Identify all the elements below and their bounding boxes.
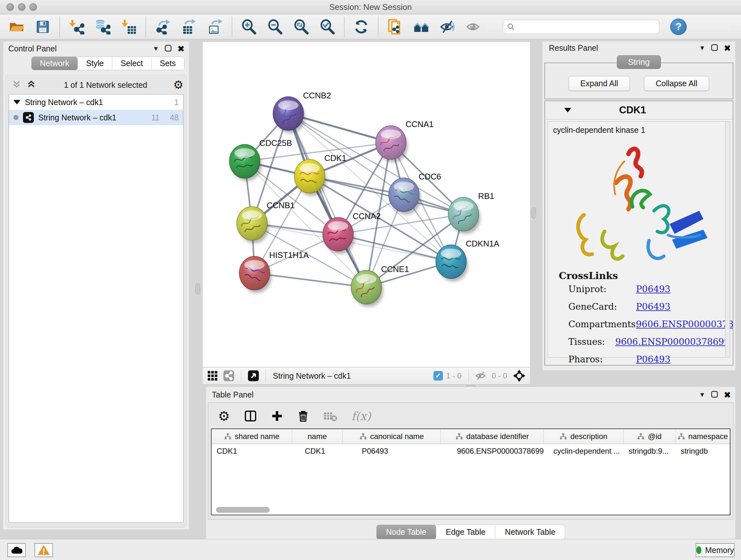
column-header-shared-name[interactable]: shared name xyxy=(212,429,292,444)
table-horizontal-scrollbar[interactable] xyxy=(216,507,270,513)
control-panel-menu-caret-icon[interactable]: ▼ xyxy=(152,45,159,52)
zoom-out-button[interactable] xyxy=(267,18,283,35)
network-options-gear-icon[interactable]: ⚙ xyxy=(173,79,184,91)
import-network-from-file-button[interactable] xyxy=(68,18,85,35)
tab-edge-table[interactable]: Edge Table xyxy=(436,524,495,540)
column-tree-icon xyxy=(559,433,567,440)
hide-selected-button[interactable] xyxy=(439,18,456,35)
table-options-gear-icon[interactable]: ⚙ xyxy=(218,408,230,424)
crosslink-link[interactable]: 9606.ENSP00000378699 xyxy=(615,336,730,347)
network-view-canvas[interactable]: CCNB2CCNA1CDC25BCDK1CDC6RB1CCNB1CCNA2CDK… xyxy=(202,42,530,367)
apply-layout-button[interactable] xyxy=(353,18,369,35)
crosslink-label: Pharos: xyxy=(568,354,636,365)
network-node-CDC25B[interactable]: CDC25B xyxy=(229,138,292,181)
create-column-icon[interactable] xyxy=(271,410,283,422)
network-node-CDK1[interactable]: CDK1 xyxy=(294,153,346,196)
export-network-button[interactable] xyxy=(154,18,171,35)
zoom-traffic-light[interactable] xyxy=(29,3,37,11)
network-row-selected[interactable]: String Network – cdk1 11 48 xyxy=(9,110,183,125)
cell-id: stringdb:9... xyxy=(623,447,676,455)
network-view-share-icon[interactable] xyxy=(223,370,234,381)
table-panel-menu-caret-icon[interactable]: ▼ xyxy=(699,391,705,398)
tab-node-table[interactable]: Node Table xyxy=(376,524,436,540)
results-panel-menu-caret-icon[interactable]: ▼ xyxy=(699,44,705,52)
network-collection-row[interactable]: String Network – cdk1 1 xyxy=(9,95,183,110)
left-splitter-handle[interactable] xyxy=(195,284,200,294)
close-panel-icon[interactable]: ✖ xyxy=(178,45,185,52)
node-label-CCNA1: CCNA1 xyxy=(406,120,434,129)
network-node-CDKN1A[interactable]: CDKN1A xyxy=(436,239,500,282)
expand-all-networks-icon[interactable] xyxy=(26,79,36,90)
column-header-namespace[interactable]: namespace xyxy=(676,429,730,444)
search-input[interactable] xyxy=(515,22,659,32)
column-header-description[interactable]: description xyxy=(544,429,623,444)
gene-section-header[interactable]: CDK1 xyxy=(545,101,733,119)
network-edge-CCNB2-CCNE1[interactable] xyxy=(288,114,366,287)
column-header-database-identifier[interactable]: database identifier xyxy=(441,429,544,444)
float-panel-icon[interactable] xyxy=(165,45,172,53)
network-node-CCNA1[interactable]: CCNA1 xyxy=(376,120,434,162)
results-panel-title: Results Panel xyxy=(549,44,598,53)
delete-column-icon[interactable] xyxy=(297,410,309,422)
table-row[interactable]: CDK1 CDK1 P06493 9606.ENSP00000378699 cy… xyxy=(212,444,730,458)
network-node-CDC6[interactable]: CDC6 xyxy=(389,172,441,214)
column-header-id[interactable]: @id xyxy=(623,429,676,444)
table-float-panel-icon[interactable] xyxy=(711,391,718,399)
tab-style[interactable]: Style xyxy=(78,57,113,70)
table-close-panel-icon[interactable]: ✖ xyxy=(724,391,731,398)
help-button[interactable]: ? xyxy=(670,18,687,35)
memory-button[interactable]: Memory xyxy=(696,543,735,557)
crosslink-link[interactable]: P06493 xyxy=(636,354,670,365)
crosslink-link[interactable]: P06493 xyxy=(636,301,670,312)
zoom-in-button[interactable] xyxy=(241,18,257,35)
gene-expand-caret-icon[interactable] xyxy=(564,108,571,112)
expand-all-button[interactable]: Expand All xyxy=(569,76,630,91)
export-table-button[interactable] xyxy=(181,18,197,35)
grid-view-icon[interactable] xyxy=(207,370,218,381)
open-session-button[interactable] xyxy=(8,18,25,35)
import-table-button[interactable] xyxy=(121,18,137,35)
node-label-RB1: RB1 xyxy=(478,192,494,200)
show-columns-icon[interactable] xyxy=(244,410,257,422)
tab-string[interactable]: String xyxy=(617,55,661,69)
new-network-from-selection-button[interactable] xyxy=(387,18,403,35)
column-tree-icon xyxy=(224,433,232,440)
first-neighbors-button[interactable] xyxy=(413,18,429,35)
column-tree-icon xyxy=(359,433,367,440)
window-title: Session: New Session xyxy=(0,0,741,14)
network-node-CCNB2[interactable]: CCNB2 xyxy=(273,91,331,133)
right-splitter-handle[interactable] xyxy=(531,207,536,219)
results-close-panel-icon[interactable]: ✖ xyxy=(724,45,731,52)
collapse-all-button[interactable]: Collapse All xyxy=(644,76,710,91)
network-node-CCNB1[interactable]: CCNB1 xyxy=(237,201,295,243)
results-float-panel-icon[interactable] xyxy=(711,44,718,52)
column-header-canonical-name[interactable]: canonical name xyxy=(343,429,441,444)
tab-sets[interactable]: Sets xyxy=(151,57,184,70)
zoom-selected-button[interactable] xyxy=(319,18,336,35)
results-scrollbar[interactable] xyxy=(725,122,730,357)
crosslink-link[interactable]: P06493 xyxy=(636,284,670,294)
column-header-name[interactable]: name xyxy=(292,429,342,444)
birds-eye-view-icon[interactable] xyxy=(513,369,526,382)
crosslink-link[interactable]: 9606.ENSP00000378699 xyxy=(636,319,733,329)
tab-select[interactable]: Select xyxy=(112,57,151,70)
collapse-all-networks-icon[interactable] xyxy=(12,79,21,90)
close-traffic-light[interactable] xyxy=(6,3,14,11)
save-session-button[interactable] xyxy=(35,18,51,35)
selected-checkbox-icon[interactable]: ✓ xyxy=(433,371,443,381)
detach-view-icon[interactable] xyxy=(248,370,259,381)
tab-network[interactable]: Network xyxy=(31,57,78,70)
zoom-fit-button[interactable] xyxy=(293,18,310,35)
cloud-button[interactable] xyxy=(7,543,26,557)
export-image-button[interactable] xyxy=(207,18,223,35)
network-node-HIST1H1A[interactable]: HIST1H1A xyxy=(239,251,309,293)
network-node-CCNE1[interactable]: CCNE1 xyxy=(351,265,409,307)
import-network-from-database-button[interactable] xyxy=(94,18,111,35)
collection-expand-caret-icon[interactable] xyxy=(13,100,20,105)
minimize-traffic-light[interactable] xyxy=(18,3,25,11)
network-node-RB1[interactable]: RB1 xyxy=(448,192,494,234)
string-network-graph[interactable]: CCNB2CCNA1CDC25BCDK1CDC6RB1CCNB1CCNA2CDK… xyxy=(203,42,530,367)
show-all-button[interactable] xyxy=(465,18,482,35)
warnings-button[interactable] xyxy=(35,543,53,557)
tab-network-table[interactable]: Network Table xyxy=(495,524,565,540)
